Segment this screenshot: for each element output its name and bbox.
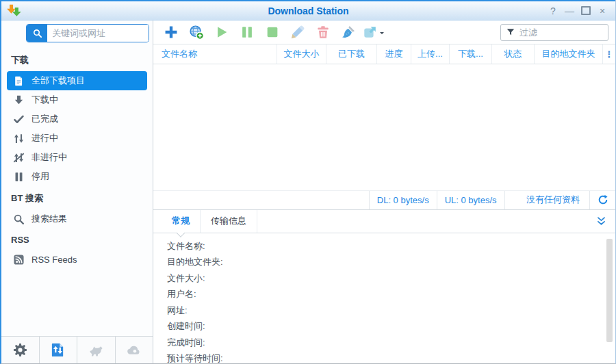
table-columns: 文件名称文件大小已下载进度上传...下载...状态目的地文件夹 bbox=[153, 44, 603, 64]
detail-field-label: 网址: bbox=[167, 302, 599, 319]
details-panel: 文件名称:目的地文件夹:文件大小:用户名:网址:创建时间:完成时间:预计等待时间… bbox=[153, 233, 615, 364]
stop-button[interactable] bbox=[260, 23, 284, 42]
titlebar: Download Station ?—× bbox=[1, 0, 615, 21]
sidebar-item-completed[interactable]: 已完成 bbox=[7, 109, 147, 129]
column-header[interactable]: 文件名称 bbox=[153, 44, 277, 64]
download-station-app-icon bbox=[6, 3, 21, 18]
download-speed: DL: 0 bytes/s bbox=[369, 191, 437, 209]
play-icon bbox=[214, 25, 229, 40]
settings-button[interactable] bbox=[1, 337, 40, 363]
refresh-icon[interactable] bbox=[589, 191, 615, 209]
check-icon bbox=[13, 114, 25, 125]
trash-icon bbox=[316, 25, 331, 40]
resume-button[interactable] bbox=[209, 23, 233, 42]
active-arrows-icon bbox=[13, 133, 25, 144]
stop-icon bbox=[265, 25, 280, 40]
inactive-arrows-icon bbox=[13, 152, 25, 164]
detail-field-label: 创建时间: bbox=[167, 318, 599, 335]
share-button[interactable] bbox=[361, 23, 385, 42]
add-task-button[interactable] bbox=[159, 23, 183, 42]
filter-input[interactable] bbox=[519, 27, 603, 38]
column-header[interactable]: 已下载 bbox=[326, 44, 377, 64]
sidebar-item-active[interactable]: 进行中 bbox=[7, 129, 147, 148]
rss-icon bbox=[13, 254, 25, 265]
column-header[interactable]: 下载... bbox=[450, 44, 492, 64]
pause-green-icon bbox=[240, 25, 255, 40]
help-icon[interactable]: ? bbox=[547, 5, 559, 17]
column-header[interactable]: 状态 bbox=[492, 44, 535, 64]
search-input[interactable] bbox=[47, 25, 149, 42]
brush-icon bbox=[341, 25, 356, 40]
collapse-panel-icon[interactable] bbox=[595, 216, 607, 227]
sidebar: 下载 全部下载项目 下载中 已完成 bbox=[1, 21, 153, 363]
scrollbar-thumb[interactable] bbox=[606, 239, 613, 343]
section-download: 下载 bbox=[7, 48, 147, 71]
plus-icon bbox=[164, 25, 179, 40]
toolbar-buttons bbox=[159, 23, 385, 42]
download-station-button[interactable] bbox=[40, 337, 78, 363]
cloud-icon bbox=[126, 342, 142, 358]
add-url-button[interactable] bbox=[184, 23, 208, 42]
toolbar bbox=[153, 21, 615, 44]
sidebar-item-all-downloads[interactable]: 全部下载项目 bbox=[7, 71, 147, 90]
sidebar-item-downloading[interactable]: 下载中 bbox=[7, 90, 147, 109]
download-manager-icon bbox=[50, 342, 66, 358]
empty-message: 没有任何资料 bbox=[526, 191, 589, 209]
sidebar-nav: 下载 全部下载项目 下载中 已完成 bbox=[1, 47, 153, 336]
dog-icon bbox=[88, 342, 104, 358]
status-spacer-right bbox=[505, 191, 526, 209]
window-title: Download Station bbox=[1, 5, 615, 16]
detail-field-label: 目的地文件夹: bbox=[167, 254, 599, 270]
detail-field-label: 文件大小: bbox=[167, 270, 599, 287]
pencil-icon bbox=[290, 25, 305, 40]
browser-extension-button[interactable] bbox=[77, 337, 116, 363]
table-header: 文件名称文件大小已下载进度上传...下载...状态目的地文件夹 ⋮ bbox=[153, 44, 615, 64]
close-icon[interactable]: × bbox=[596, 5, 608, 17]
section-rss: RSS bbox=[7, 229, 147, 250]
detail-fields: 文件名称:目的地文件夹:文件大小:用户名:网址:创建时间:完成时间:预计等待时间… bbox=[167, 238, 599, 364]
detail-field-label: 完成时间: bbox=[167, 335, 599, 351]
status-spacer-left bbox=[153, 191, 369, 209]
document-icon bbox=[13, 75, 25, 87]
task-list bbox=[153, 64, 615, 190]
details-tabbar: 常规 传输信息 bbox=[153, 210, 615, 233]
globe-add-icon bbox=[189, 25, 204, 40]
main-panel: 文件名称文件大小已下载进度上传...下载...状态目的地文件夹 ⋮ DL: 0 … bbox=[153, 21, 615, 363]
column-header[interactable]: 文件大小 bbox=[277, 44, 326, 64]
sidebar-item-stopped[interactable]: 停用 bbox=[7, 167, 147, 186]
detail-field-label: 用户名: bbox=[167, 286, 599, 302]
tab-general[interactable]: 常规 bbox=[162, 210, 201, 233]
upload-speed: UL: 0 bytes/s bbox=[437, 191, 505, 209]
tab-transfer-info[interactable]: 传输信息 bbox=[201, 210, 257, 233]
detail-field-label: 预计等待时间: bbox=[167, 350, 599, 363]
section-bt-search: BT 搜索 bbox=[7, 186, 147, 209]
cloud-service-button[interactable] bbox=[116, 337, 153, 363]
down-arrow-icon bbox=[13, 94, 25, 106]
delete-button[interactable] bbox=[311, 23, 335, 42]
maximize-icon[interactable] bbox=[580, 4, 592, 18]
download-station-window: Download Station ?—× 下载 bbox=[0, 0, 616, 364]
window-controls: ?—× bbox=[547, 4, 615, 18]
details-scrollbar[interactable] bbox=[605, 237, 613, 361]
column-menu-icon[interactable]: ⋮ bbox=[603, 44, 615, 64]
pause-button[interactable] bbox=[235, 23, 259, 42]
column-header[interactable]: 进度 bbox=[377, 44, 411, 64]
edit-button[interactable] bbox=[285, 23, 309, 42]
pause-grey-icon bbox=[13, 171, 25, 183]
clear-button[interactable] bbox=[336, 23, 360, 42]
sidebar-item-search-results[interactable]: 搜索结果 bbox=[7, 209, 147, 229]
share-icon bbox=[363, 25, 378, 40]
search-icon[interactable] bbox=[27, 25, 47, 42]
bt-search-box bbox=[26, 24, 149, 42]
sidebar-item-inactive[interactable]: 非进行中 bbox=[7, 148, 147, 167]
status-bar: DL: 0 bytes/s UL: 0 bytes/s 没有任何资料 bbox=[153, 190, 615, 210]
minimize-icon[interactable]: — bbox=[563, 5, 576, 17]
sidebar-footer bbox=[1, 336, 153, 363]
filter-box bbox=[500, 24, 608, 41]
sidebar-item-rss-feeds[interactable]: RSS Feeds bbox=[7, 250, 147, 269]
column-header[interactable]: 目的地文件夹 bbox=[535, 44, 603, 64]
detail-field-label: 文件名称: bbox=[167, 238, 599, 255]
filter-funnel-icon bbox=[506, 27, 515, 37]
column-header[interactable]: 上传... bbox=[411, 44, 450, 64]
search-grey-icon bbox=[13, 213, 25, 225]
